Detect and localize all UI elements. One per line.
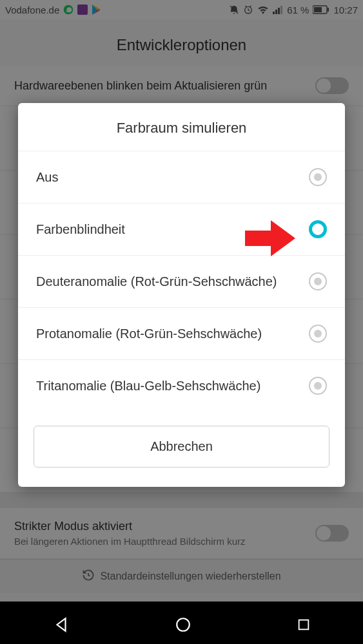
radio-option-farbenblindheit[interactable]: Farbenblindheit bbox=[18, 203, 345, 255]
radio-option-deuteranomalie[interactable]: Deuteranomalie (Rot-Grün-Sehschwäche) bbox=[18, 255, 345, 307]
home-button[interactable] bbox=[175, 616, 191, 633]
navigation-bar bbox=[0, 605, 363, 644]
back-button[interactable] bbox=[53, 616, 70, 633]
svg-point-11 bbox=[177, 618, 190, 631]
option-label: Protanomalie (Rot-Grün-Sehschwäche) bbox=[36, 327, 262, 341]
radio-option-tritanomalie[interactable]: Tritanomalie (Blau-Gelb-Sehschwäche) bbox=[18, 359, 345, 412]
cancel-button[interactable]: Abbrechen bbox=[34, 426, 329, 468]
option-label: Aus bbox=[36, 170, 58, 185]
radio-icon[interactable] bbox=[309, 377, 327, 395]
radio-icon[interactable] bbox=[309, 325, 327, 343]
color-space-dialog: Farbraum simulieren Aus Farbenblindheit … bbox=[18, 103, 345, 487]
dialog-title: Farbraum simulieren bbox=[18, 103, 345, 151]
option-label: Deuteranomalie (Rot-Grün-Sehschwäche) bbox=[36, 274, 277, 289]
radio-icon[interactable] bbox=[309, 168, 327, 186]
svg-rect-12 bbox=[299, 620, 308, 630]
radio-option-protanomalie[interactable]: Protanomalie (Rot-Grün-Sehschwäche) bbox=[18, 307, 345, 359]
recent-apps-button[interactable] bbox=[297, 618, 311, 632]
radio-option-aus[interactable]: Aus bbox=[18, 151, 345, 203]
option-label: Tritanomalie (Blau-Gelb-Sehschwäche) bbox=[36, 379, 260, 393]
radio-icon[interactable] bbox=[309, 272, 327, 290]
modal-overlay[interactable]: Farbraum simulieren Aus Farbenblindheit … bbox=[0, 0, 363, 644]
option-label: Farbenblindheit bbox=[36, 222, 125, 237]
radio-icon-selected[interactable] bbox=[309, 220, 327, 238]
